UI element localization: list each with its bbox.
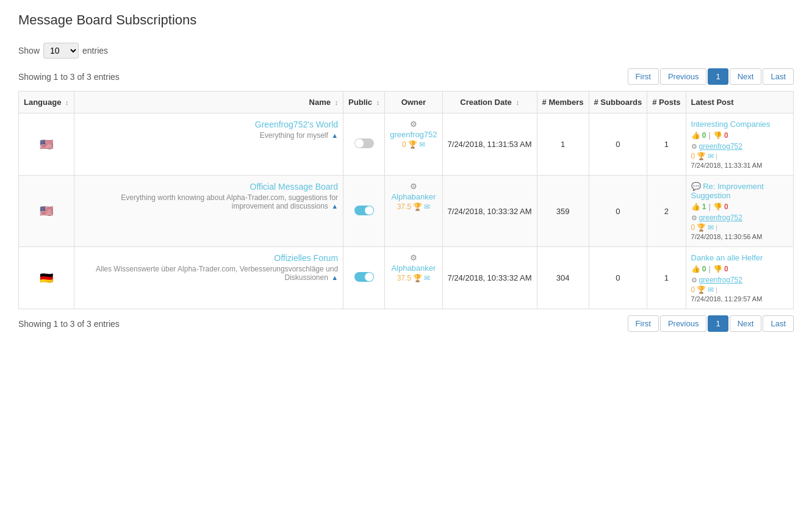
latest-post-link[interactable]: 💬 Re: Improvement Suggestion bbox=[691, 182, 764, 200]
board-name-link[interactable]: Offizielles Forum bbox=[274, 253, 338, 263]
col-posts: # Posts bbox=[647, 91, 686, 113]
col-public[interactable]: Public ↕ bbox=[343, 91, 385, 113]
latest-points: 0 bbox=[691, 152, 695, 160]
latest-points-row: 0 🏆 ✉ | bbox=[691, 223, 718, 232]
latest-gear-icon: ⚙ bbox=[691, 276, 697, 284]
latest-owner-info: ⚙ greenfrog752 0 🏆 ✉ | 7/24/2018, 11:29:… bbox=[691, 276, 788, 303]
owner-points-row: 0 🏆 ✉ bbox=[402, 140, 425, 149]
owner-points: 37.5 bbox=[397, 203, 411, 211]
cell-owner: ⚙ greenfrog752 0 🏆 ✉ bbox=[385, 113, 442, 176]
cell-public[interactable] bbox=[343, 176, 385, 247]
latest-pipe: | bbox=[716, 286, 717, 293]
sort-icon-name: ↕ bbox=[335, 99, 339, 106]
latest-owner-info: ⚙ greenfrog752 0 🏆 ✉ | 7/24/2018, 11:33:… bbox=[691, 142, 788, 169]
latest-owner-row: ⚙ greenfrog752 bbox=[691, 213, 742, 222]
vote-row: 👍 0 | 👎 0 bbox=[691, 131, 788, 140]
vote-row: 👍 0 | 👎 0 bbox=[691, 265, 788, 273]
latest-trophy-icon: 🏆 bbox=[697, 223, 706, 232]
col-language[interactable]: Language ↕ bbox=[19, 91, 74, 113]
cell-language: 🇺🇸 bbox=[19, 176, 74, 247]
subscriptions-table: Language ↕ Name ↕ Public ↕ Owner Creatio… bbox=[18, 91, 794, 309]
owner-gear-icon: ⚙ bbox=[410, 253, 417, 262]
vote-up: 👍 0 bbox=[691, 131, 706, 140]
public-toggle[interactable] bbox=[354, 206, 374, 215]
latest-mail-icon[interactable]: ✉ bbox=[708, 285, 714, 294]
latest-owner-info: ⚙ greenfrog752 0 🏆 ✉ | 7/24/2018, 11:30:… bbox=[691, 213, 788, 240]
col-owner: Owner bbox=[385, 91, 442, 113]
vote-down: 👎 0 bbox=[713, 131, 728, 140]
page-1-button-bottom[interactable]: 1 bbox=[708, 315, 728, 332]
owner-gear-icon: ⚙ bbox=[410, 120, 417, 129]
show-label: Show bbox=[18, 46, 40, 56]
next-button-bottom[interactable]: Next bbox=[730, 315, 762, 332]
vote-separator: | bbox=[709, 265, 711, 273]
cell-owner: ⚙ Alphabanker 37.5 🏆 ✉ bbox=[385, 247, 442, 309]
mail-icon[interactable]: ✉ bbox=[424, 203, 430, 211]
latest-points-row: 0 🏆 ✉ | bbox=[691, 285, 718, 294]
first-button-bottom[interactable]: First bbox=[628, 315, 659, 332]
board-name-link[interactable]: Greenfrog752's World bbox=[255, 120, 338, 129]
col-creation-date[interactable]: Creation Date ↕ bbox=[442, 91, 537, 113]
public-toggle[interactable] bbox=[354, 272, 374, 282]
entries-select[interactable]: 10 25 50 100 bbox=[43, 43, 79, 59]
latest-mail-icon[interactable]: ✉ bbox=[708, 152, 714, 160]
cell-latest-post: Interesting Companies 👍 0 | 👎 0 ⚙ greenf… bbox=[686, 113, 793, 176]
latest-pipe: | bbox=[716, 152, 717, 160]
first-button-top[interactable]: First bbox=[628, 68, 659, 85]
latest-gear-icon: ⚙ bbox=[691, 214, 697, 222]
previous-button-bottom[interactable]: Previous bbox=[660, 315, 707, 332]
flag-icon: 🇺🇸 bbox=[40, 138, 53, 151]
mail-icon[interactable]: ✉ bbox=[424, 274, 430, 282]
board-subtitle: Everything for myself ▲ bbox=[79, 131, 339, 140]
previous-button-top[interactable]: Previous bbox=[660, 68, 707, 85]
sort-icon-language: ↕ bbox=[65, 99, 69, 106]
info-icon[interactable]: ▲ bbox=[331, 203, 338, 210]
cell-creation-date: 7/24/2018, 11:31:53 AM bbox=[442, 113, 537, 176]
cell-name: Official Message Board Everything worth … bbox=[74, 176, 343, 247]
cell-subboards: 0 bbox=[589, 113, 647, 176]
col-name[interactable]: Name ↕ bbox=[74, 91, 343, 113]
info-icon[interactable]: ▲ bbox=[331, 274, 338, 281]
flag-icon: 🇺🇸 bbox=[40, 205, 53, 217]
board-subtitle: Alles Wissenswerte über Alpha-Trader.com… bbox=[79, 265, 339, 282]
latest-owner-link[interactable]: greenfrog752 bbox=[699, 276, 742, 284]
cell-public[interactable] bbox=[343, 113, 385, 176]
board-name-link[interactable]: Official Message Board bbox=[250, 182, 338, 192]
latest-trophy-icon: 🏆 bbox=[697, 152, 706, 160]
latest-date: 7/24/2018, 11:29:57 AM bbox=[691, 295, 763, 303]
entries-label: entries bbox=[82, 46, 108, 56]
showing-text-bottom: Showing 1 to 3 of 3 entries bbox=[18, 319, 120, 329]
public-toggle[interactable] bbox=[354, 138, 374, 148]
latest-mail-icon[interactable]: ✉ bbox=[708, 223, 714, 232]
owner-link[interactable]: Alphabanker bbox=[391, 264, 436, 273]
latest-post-link[interactable]: Interesting Companies bbox=[691, 120, 771, 129]
last-button-top[interactable]: Last bbox=[763, 68, 794, 85]
vote-up: 👍 0 bbox=[691, 265, 706, 273]
owner-info: ⚙ Alphabanker 37.5 🏆 ✉ bbox=[390, 182, 437, 211]
latest-trophy-icon: 🏆 bbox=[697, 285, 706, 294]
latest-owner-link[interactable]: greenfrog752 bbox=[699, 142, 742, 151]
vote-separator: | bbox=[709, 203, 711, 211]
owner-link[interactable]: greenfrog752 bbox=[390, 130, 437, 139]
owner-link[interactable]: Alphabanker bbox=[391, 192, 436, 201]
page-title: Message Board Subscriptions bbox=[18, 12, 794, 28]
latest-date: 7/24/2018, 11:30:56 AM bbox=[691, 233, 763, 240]
table-row: 🇺🇸 Official Message Board Everything wor… bbox=[19, 176, 794, 247]
owner-points: 37.5 bbox=[397, 274, 411, 282]
cell-public[interactable] bbox=[343, 247, 385, 309]
next-button-top[interactable]: Next bbox=[730, 68, 762, 85]
cell-latest-post: Danke an alle Helfer 👍 0 | 👎 0 ⚙ greenfr… bbox=[686, 247, 793, 309]
latest-date: 7/24/2018, 11:33:31 AM bbox=[691, 162, 763, 169]
mail-icon[interactable]: ✉ bbox=[419, 140, 425, 149]
pagination-bottom: First Previous 1 Next Last bbox=[628, 315, 794, 332]
cell-posts: 1 bbox=[647, 247, 686, 309]
vote-row: 👍 1 | 👎 0 bbox=[691, 203, 788, 211]
owner-points-row: 37.5 🏆 ✉ bbox=[397, 203, 430, 211]
last-button-bottom[interactable]: Last bbox=[763, 315, 794, 332]
latest-owner-link[interactable]: greenfrog752 bbox=[699, 213, 742, 222]
latest-post-link[interactable]: Danke an alle Helfer bbox=[691, 253, 763, 262]
cell-members: 1 bbox=[537, 113, 589, 176]
page-1-button-top[interactable]: 1 bbox=[708, 68, 728, 85]
info-icon[interactable]: ▲ bbox=[331, 132, 338, 139]
owner-points-row: 37.5 🏆 ✉ bbox=[397, 274, 430, 282]
